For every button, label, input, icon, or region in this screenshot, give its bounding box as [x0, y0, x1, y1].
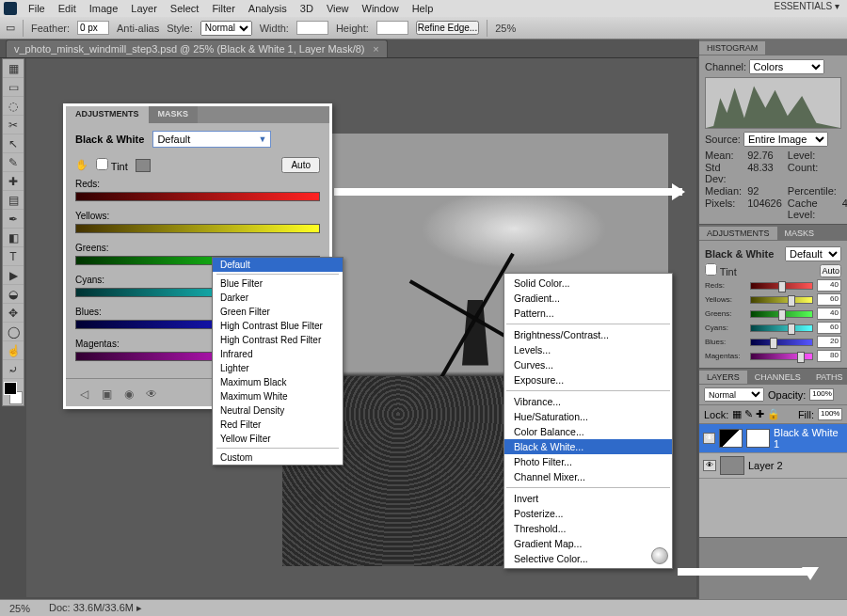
preset-option[interactable]: Darker: [213, 291, 343, 305]
zoom-display[interactable]: 25%: [495, 23, 516, 34]
ctx-item[interactable]: Hue/Saturation...: [504, 409, 672, 424]
mini-slider[interactable]: [750, 324, 813, 332]
menu-select[interactable]: Select: [165, 2, 205, 15]
menu-3d[interactable]: 3D: [295, 2, 319, 15]
hand-icon[interactable]: ✋: [75, 159, 88, 171]
ctx-item[interactable]: Gradient Map...: [504, 536, 672, 551]
ctx-item[interactable]: Channel Mixer...: [504, 469, 672, 484]
tool-9[interactable]: ◧: [3, 229, 24, 247]
preset-option[interactable]: Custom: [213, 450, 343, 465]
ctx-item[interactable]: Black & White...: [504, 439, 672, 454]
tool-0[interactable]: ▦: [3, 59, 24, 78]
ctx-item[interactable]: Pattern...: [504, 306, 672, 321]
ctx-item[interactable]: Selective Color...: [504, 551, 672, 566]
mini-slider[interactable]: [750, 339, 813, 346]
float-preset-dropdown[interactable]: Default ▼: [152, 131, 271, 148]
eye-icon[interactable]: 👁: [703, 433, 715, 444]
layer-row[interactable]: 👁Black & White 1: [699, 424, 847, 453]
ctx-item[interactable]: Gradient...: [504, 291, 672, 306]
adjustment-layer-icon[interactable]: [651, 547, 668, 564]
ctx-item[interactable]: Invert: [504, 491, 672, 506]
mini-slider[interactable]: [750, 282, 813, 290]
menu-analysis[interactable]: Analysis: [243, 2, 293, 15]
layer-row[interactable]: 👁Layer 2: [699, 453, 847, 479]
layers-tab[interactable]: LAYERS: [699, 371, 747, 384]
preset-option[interactable]: High Contrast Blue Filter: [213, 319, 343, 333]
expand-icon[interactable]: ▣: [98, 387, 115, 401]
workspace-switcher[interactable]: ESSENTIALS ▾: [775, 1, 839, 11]
menu-layer[interactable]: Layer: [125, 2, 163, 15]
ctx-item[interactable]: Threshold...: [504, 521, 672, 536]
tool-16[interactable]: ⤾: [3, 360, 24, 379]
mini-slider[interactable]: [750, 296, 813, 304]
histogram-tab[interactable]: HISTOGRAM: [699, 41, 765, 55]
tool-5[interactable]: ✎: [3, 153, 24, 172]
ctx-item[interactable]: Levels...: [504, 342, 672, 357]
float-masks-tab[interactable]: MASKS: [149, 106, 199, 123]
tool-6[interactable]: ✚: [3, 172, 24, 191]
tool-7[interactable]: ▤: [3, 191, 24, 210]
refine-edge-button[interactable]: Refine Edge...: [416, 21, 479, 35]
ctx-item[interactable]: Brightness/Contrast...: [504, 327, 672, 342]
clip-icon[interactable]: ◉: [120, 387, 137, 401]
masks-tab[interactable]: MASKS: [777, 227, 823, 240]
color-slider[interactable]: [75, 192, 320, 201]
preset-option[interactable]: Green Filter: [213, 305, 343, 319]
tool-1[interactable]: ▭: [3, 78, 24, 97]
style-select[interactable]: Normal: [200, 21, 252, 36]
menu-filter[interactable]: Filter: [206, 2, 240, 15]
preset-option[interactable]: Yellow Filter: [213, 432, 343, 446]
paths-tab[interactable]: PATHS: [808, 371, 847, 384]
preset-option[interactable]: Infrared: [213, 347, 343, 361]
channels-tab[interactable]: CHANNELS: [747, 371, 808, 384]
back-icon[interactable]: ◁: [75, 387, 92, 401]
menu-view[interactable]: View: [321, 2, 355, 15]
preset-option[interactable]: Red Filter: [213, 418, 343, 432]
opacity-value[interactable]: 100%: [809, 388, 834, 401]
fill-value[interactable]: 100%: [818, 408, 842, 420]
tool-15[interactable]: ☝: [3, 341, 24, 360]
mini-slider[interactable]: [750, 353, 813, 360]
ctx-item[interactable]: Solid Color...: [504, 276, 672, 291]
tool-10[interactable]: T: [3, 247, 24, 266]
feather-input[interactable]: [77, 21, 109, 35]
preset-option[interactable]: Default: [213, 258, 343, 272]
preset-option[interactable]: Neutral Density: [213, 403, 343, 418]
bw-preset-select[interactable]: Default: [785, 246, 841, 261]
source-select[interactable]: Entire Image: [743, 132, 828, 147]
float-tint-checkbox[interactable]: [96, 158, 108, 170]
tint-swatch[interactable]: [136, 159, 151, 172]
preset-option[interactable]: Blue Filter: [213, 276, 343, 291]
tool-2[interactable]: ◌: [3, 97, 24, 116]
tool-11[interactable]: ▶: [3, 266, 24, 285]
close-icon[interactable]: ×: [373, 43, 378, 55]
tool-4[interactable]: ↖: [3, 134, 24, 153]
ctx-item[interactable]: Exposure...: [504, 372, 672, 387]
channel-select[interactable]: Colors: [749, 59, 824, 74]
lock-icons[interactable]: ▦ ✎ ✚ 🔒: [732, 408, 780, 420]
mini-slider[interactable]: [750, 310, 813, 318]
preset-option[interactable]: Maximum Black: [213, 375, 343, 389]
eye-icon[interactable]: 👁: [703, 460, 716, 471]
preset-option[interactable]: Lighter: [213, 361, 343, 375]
ctx-item[interactable]: Posterize...: [504, 506, 672, 521]
visibility-icon[interactable]: 👁: [143, 387, 160, 401]
menu-bar[interactable]: FileEditImageLayerSelectFilterAnalysis3D…: [0, 0, 847, 17]
menu-edit[interactable]: Edit: [53, 2, 82, 15]
auto-button[interactable]: Auto: [820, 264, 841, 277]
tool-14[interactable]: ◯: [3, 323, 24, 341]
tool-8[interactable]: ✒: [3, 210, 24, 229]
menu-file[interactable]: File: [23, 2, 51, 15]
color-swatches[interactable]: [3, 381, 24, 405]
tool-13[interactable]: ✥: [3, 304, 24, 323]
width-input[interactable]: [296, 21, 328, 35]
color-slider[interactable]: [75, 224, 320, 233]
tool-3[interactable]: ✂: [3, 116, 24, 134]
height-input[interactable]: [376, 21, 408, 35]
preset-option[interactable]: Maximum White: [213, 389, 343, 403]
float-adjustments-tab[interactable]: ADJUSTMENTS: [66, 106, 149, 123]
tool-12[interactable]: ◒: [3, 285, 24, 304]
float-auto-button[interactable]: Auto: [281, 157, 320, 173]
preset-option[interactable]: High Contrast Red Filter: [213, 333, 343, 347]
status-zoom[interactable]: 25%: [9, 603, 30, 614]
